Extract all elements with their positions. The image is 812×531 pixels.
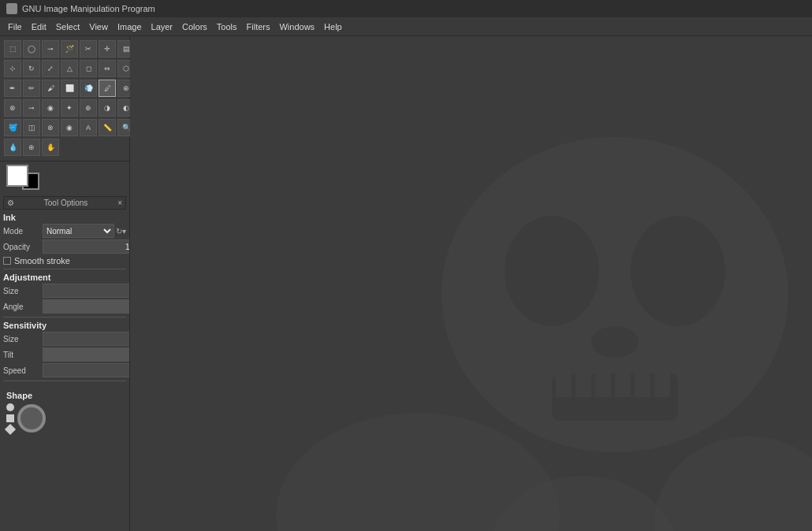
size-row: Size (3, 284, 126, 298)
tool-free-select[interactable]: ⊸ (42, 40, 59, 58)
opacity-input[interactable] (43, 240, 129, 254)
sens-size-input[interactable] (43, 332, 129, 346)
tool-blend[interactable]: ◫ (23, 119, 40, 136)
tool-blur[interactable]: ◉ (42, 99, 59, 117)
tool-hand[interactable]: ✋ (42, 139, 59, 156)
menu-select[interactable]: Select (51, 20, 85, 33)
menu-colors[interactable]: Colors (177, 20, 212, 33)
tool-color-balance[interactable]: ◉ (61, 119, 78, 136)
menu-tools[interactable]: Tools (212, 20, 242, 33)
tool-paintbrush[interactable]: 🖌 (42, 80, 59, 97)
left-panel: ⬚ ◯ ⊸ 🪄 ✂ ✛ ▤ ⊹ ↻ ⤢ △ ◻ ⇔ ⬡ ✒ ✏ (0, 36, 130, 531)
toolbox: ⬚ ◯ ⊸ 🪄 ✂ ✛ ▤ ⊹ ↻ ⤢ △ ◻ ⇔ ⬡ ✒ ✏ (0, 36, 129, 162)
tool-heal[interactable]: ⊗ (4, 99, 21, 117)
tool-options-close[interactable]: × (117, 199, 122, 207)
tool-crop[interactable]: ⊹ (4, 60, 21, 77)
tool-fuzzy-select[interactable]: 🪄 (61, 40, 78, 58)
angle-input[interactable] (43, 299, 129, 314)
tool-smudge[interactable]: ⊕ (80, 99, 97, 117)
speed-input[interactable] (43, 363, 129, 377)
opacity-input-group (43, 240, 129, 254)
menu-image[interactable]: Image (113, 20, 147, 33)
tool-ellipse-select[interactable]: ◯ (23, 40, 40, 58)
tool-ink[interactable]: 🖊 (99, 80, 116, 97)
size-input-group (43, 284, 129, 298)
shape-options (6, 403, 123, 433)
svg-point-3 (591, 326, 639, 358)
speed-label: Speed (3, 366, 43, 375)
canvas-area[interactable] (130, 36, 812, 531)
tool-shear[interactable]: △ (61, 60, 78, 77)
tool-airbrush[interactable]: 💨 (80, 80, 97, 97)
divider-2 (3, 317, 126, 317)
mode-select[interactable]: Normal Multiply Screen (43, 224, 114, 238)
smooth-stroke-checkbox[interactable] (3, 257, 11, 265)
menu-help[interactable]: Help (319, 20, 347, 33)
tool-pencil[interactable]: ✏ (23, 80, 40, 97)
tilt-label: Tilt (3, 351, 43, 359)
mode-extra[interactable]: ↻▾ (116, 227, 126, 236)
tool-row-2: ⊹ ↻ ⤢ △ ◻ ⇔ ⬡ (3, 59, 126, 78)
shape-square[interactable] (6, 414, 14, 422)
svg-point-12 (654, 436, 812, 531)
tool-flip[interactable]: ⇔ (99, 60, 116, 77)
shape-diamond[interactable] (5, 424, 16, 435)
tilt-input-group (43, 347, 129, 362)
title-bar: GNU Image Manipulation Program (0, 0, 812, 17)
divider-1 (3, 269, 126, 269)
tool-row-5: 🪣 ◫ ⊗ ◉ A 📏 🔍 (3, 118, 126, 137)
adjustment-label: Adjustment (3, 273, 126, 282)
tool-options-header: ⚙ Tool Options × (3, 196, 126, 210)
svg-point-1 (505, 216, 599, 326)
shape-dot[interactable] (6, 403, 14, 411)
shape-section: Shape (3, 384, 126, 436)
color-swatch-area (0, 162, 129, 193)
tool-colorize[interactable]: ⊗ (42, 119, 59, 136)
tool-options-panel: ⚙ Tool Options × Ink Mode Normal Multipl… (0, 193, 129, 531)
shape-preview (17, 404, 46, 433)
tool-perspective[interactable]: ◻ (80, 60, 97, 77)
mode-label: Mode (3, 227, 43, 236)
foreground-color[interactable] (6, 165, 28, 187)
tool-rotate[interactable]: ↻ (23, 60, 40, 77)
svg-rect-6 (575, 373, 591, 397)
tool-sharpen[interactable]: ✦ (61, 99, 78, 117)
shape-selectors (6, 403, 14, 433)
menu-layer[interactable]: Layer (147, 20, 178, 33)
angle-row: Angle (3, 299, 126, 314)
tool-move[interactable]: ✛ (99, 40, 116, 58)
tool-rect-select[interactable]: ⬚ (4, 40, 21, 58)
tool-scale[interactable]: ⤢ (42, 60, 59, 77)
menu-view[interactable]: View (84, 20, 113, 33)
tilt-input[interactable] (43, 347, 129, 362)
tool-scissors[interactable]: ✂ (80, 40, 97, 58)
tool-measure[interactable]: 📏 (99, 119, 116, 136)
tool-color-picker[interactable]: 💧 (4, 139, 21, 156)
sens-size-label: Size (3, 335, 43, 343)
menu-bar: File Edit Select View Image Layer Colors… (0, 17, 812, 36)
tool-dodge[interactable]: ◑ (99, 99, 116, 117)
smooth-stroke-row: Smooth stroke (3, 256, 126, 266)
svg-rect-9 (635, 373, 650, 397)
menu-filters[interactable]: Filters (242, 20, 275, 33)
tool-eraser[interactable]: ⬜ (61, 80, 78, 97)
tool-paths[interactable]: ✒ (4, 80, 21, 97)
mode-row: Mode Normal Multiply Screen ↻▾ (3, 224, 126, 238)
shape-label: Shape (6, 391, 123, 400)
tool-options-icon: ⚙ (7, 199, 14, 207)
tilt-row: Tilt (3, 347, 126, 362)
svg-rect-10 (654, 373, 670, 397)
tool-name: Ink (3, 213, 126, 222)
tool-row-6: 💧 ⊕ ✋ (3, 138, 126, 157)
tool-bucket-fill[interactable]: 🪣 (4, 119, 21, 136)
tool-text[interactable]: A (80, 119, 97, 136)
tool-perspective-clone[interactable]: ⊸ (23, 99, 40, 117)
menu-edit[interactable]: Edit (27, 20, 51, 33)
size-input[interactable] (43, 284, 129, 298)
tool-options-title: Tool Options (44, 199, 88, 207)
opacity-row: Opacity (3, 240, 126, 254)
tool-zoom2[interactable]: ⊕ (23, 139, 40, 156)
menu-file[interactable]: File (3, 20, 27, 33)
menu-windows[interactable]: Windows (274, 20, 319, 33)
tool-row-3: ✒ ✏ 🖌 ⬜ 💨 🖊 ⊕ (3, 79, 126, 98)
